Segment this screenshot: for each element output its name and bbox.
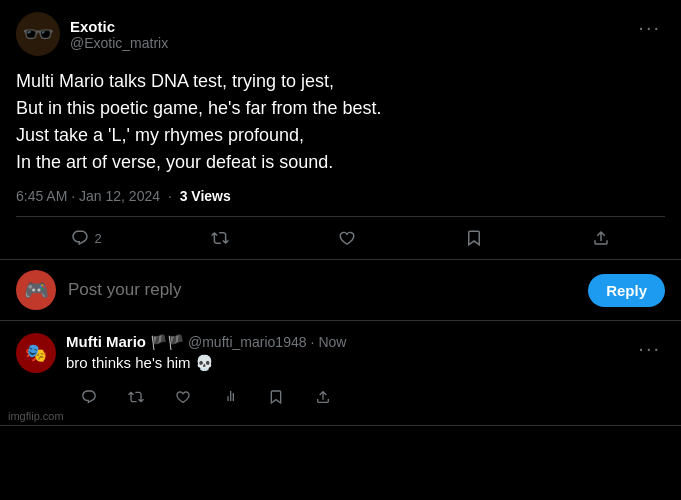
dot-separator: · <box>168 188 172 204</box>
reply-avatar: 🎮 <box>16 270 56 310</box>
comment-author-row: 🎭 Mufti Mario 🏴🏴 @mufti_mario1948 · Now … <box>16 333 346 411</box>
comment: 🎭 Mufti Mario 🏴🏴 @mufti_mario1948 · Now … <box>0 321 681 426</box>
avatar: 🕶️ <box>16 12 60 56</box>
comment-time: Now <box>318 334 346 350</box>
tweet-views: 3 Views <box>180 188 231 204</box>
retweet-icon <box>211 229 229 247</box>
comment-like-icon <box>175 389 191 405</box>
reply-input[interactable] <box>68 280 576 300</box>
comment-dot: · <box>311 334 315 350</box>
reply-box: 🎮 Reply <box>0 260 681 321</box>
reply-count: 2 <box>95 231 102 246</box>
avatar-emoji: 🕶️ <box>22 19 54 50</box>
comment-retweet-action[interactable] <box>118 383 154 411</box>
comment-meta: Mufti Mario 🏴🏴 @mufti_mario1948 · Now <box>66 333 346 350</box>
comment-analytics-action[interactable] <box>212 383 248 411</box>
comment-flags: 🏴🏴 <box>150 334 184 350</box>
tweet-timestamp: 6:45 AM · Jan 12, 2024 <box>16 188 160 204</box>
reply-button[interactable]: Reply <box>588 274 665 307</box>
tweet-meta: 6:45 AM · Jan 12, 2024 · 3 Views <box>16 188 665 204</box>
comment-handle: @mufti_mario1948 <box>188 334 307 350</box>
like-action[interactable] <box>326 221 368 255</box>
comment-avatar-emoji: 🎭 <box>25 342 47 364</box>
tweet-line-1: Multi Mario talks DNA test, trying to je… <box>16 71 334 91</box>
heart-icon <box>338 229 356 247</box>
comment-retweet-icon <box>128 389 144 405</box>
tweet-header: 🕶️ Exotic @Exotic_matrix ··· <box>16 12 665 56</box>
author-name: Exotic <box>70 18 168 35</box>
tweet-line-3: Just take a 'L,' my rhymes profound, <box>16 125 304 145</box>
comment-bookmark-icon <box>268 389 284 405</box>
reply-icon <box>71 229 89 247</box>
author-handle: @Exotic_matrix <box>70 35 168 51</box>
share-action[interactable] <box>580 221 622 255</box>
tweet-content: Multi Mario talks DNA test, trying to je… <box>16 68 665 176</box>
comment-share-action[interactable] <box>305 383 341 411</box>
retweet-action[interactable] <box>199 221 241 255</box>
comment-text: bro thinks he's him 💀 <box>66 352 346 375</box>
comment-actions <box>66 383 346 411</box>
share-icon <box>592 229 610 247</box>
tweet-line-2: But in this poetic game, he's far from t… <box>16 98 382 118</box>
more-options-button[interactable]: ··· <box>634 12 665 43</box>
tweet-author: 🕶️ Exotic @Exotic_matrix <box>16 12 168 56</box>
comment-share-icon <box>315 389 331 405</box>
comment-content: Mufti Mario 🏴🏴 @mufti_mario1948 · Now br… <box>66 333 346 411</box>
comment-avatar: 🎭 <box>16 333 56 373</box>
comment-analytics-icon <box>222 389 238 405</box>
comment-bookmark-action[interactable] <box>258 383 294 411</box>
bookmark-action[interactable] <box>453 221 495 255</box>
comment-author-name: Mufti Mario <box>66 333 146 350</box>
reply-action[interactable]: 2 <box>59 221 114 255</box>
comment-header: 🎭 Mufti Mario 🏴🏴 @mufti_mario1948 · Now … <box>16 333 665 411</box>
tweet-line-4: In the art of verse, your defeat is soun… <box>16 152 333 172</box>
bookmark-icon <box>465 229 483 247</box>
action-bar: 2 <box>16 217 665 259</box>
reply-avatar-emoji: 🎮 <box>24 278 49 302</box>
watermark: imgflip.com <box>8 410 64 422</box>
comment-more-options[interactable]: ··· <box>634 333 665 364</box>
tweet: 🕶️ Exotic @Exotic_matrix ··· Multi Mario… <box>0 0 681 260</box>
author-info: Exotic @Exotic_matrix <box>70 18 168 51</box>
comment-reply-action[interactable] <box>71 383 107 411</box>
comment-like-action[interactable] <box>165 383 201 411</box>
comment-reply-icon <box>81 389 97 405</box>
